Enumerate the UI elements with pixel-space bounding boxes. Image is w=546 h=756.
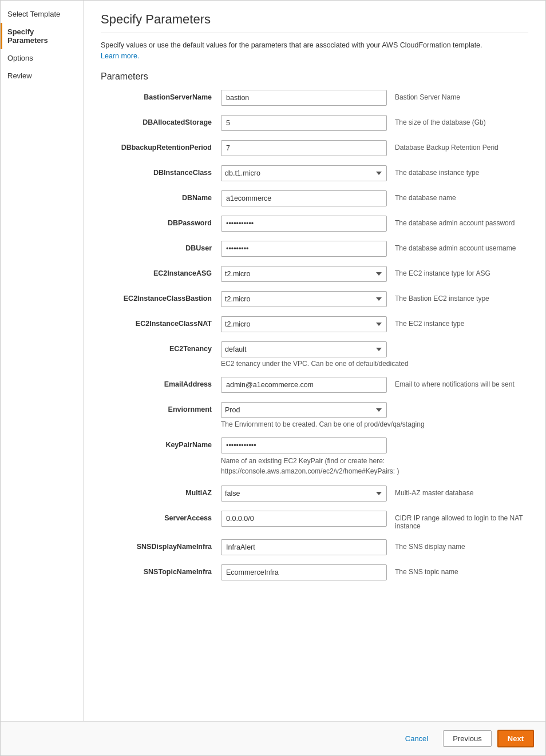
param-row-ec2-tenancy: EC2Tenancy default dedicated EC2 tenancy…	[101, 341, 528, 368]
select-ec2-instance-class-nat[interactable]: t2.micro t2.small t2.medium	[221, 316, 387, 332]
cancel-button[interactable]: Cancel	[396, 731, 437, 746]
input-db-allocated-storage[interactable]	[221, 115, 387, 131]
desc-ec2-instance-class-bastion: The Bastion EC2 instance type	[395, 291, 528, 303]
sidebar-item-review[interactable]: Review	[1, 67, 83, 85]
param-label-ec2-instance-class-bastion: EC2InstanceClassBastion	[101, 291, 221, 303]
desc-keypair-name: Name of an existing EC2 KeyPair (find or…	[221, 456, 528, 476]
param-label-db-allocated-storage: DBAllocatedStorage	[101, 115, 221, 126]
desc-ec2-tenancy: EC2 tenancy under the VPC. Can be one of…	[221, 360, 528, 368]
param-label-db-backup-retention: DBbackupRetentionPeriod	[101, 140, 221, 152]
param-row-ec2-instance-asg: EC2InstanceASG t2.micro t2.small t2.medi…	[101, 266, 528, 282]
input-keypair-name[interactable]	[221, 437, 387, 453]
input-sns-display-name[interactable]	[221, 539, 387, 555]
param-row-db-instance-class: DBInstanceClass db.t1.micro db.t2.small …	[101, 165, 528, 181]
param-row-db-allocated-storage: DBAllocatedStorage The size of the datab…	[101, 115, 528, 131]
input-sns-topic-name[interactable]	[221, 564, 387, 580]
param-label-ec2-instance-asg: EC2InstanceASG	[101, 266, 221, 277]
main-container: Select Template Specify Parameters Optio…	[0, 0, 546, 756]
select-ec2-tenancy[interactable]: default dedicated	[221, 341, 387, 357]
input-db-backup-retention[interactable]	[221, 140, 387, 156]
param-label-environment: Enviornment	[101, 402, 221, 413]
desc-server-access: CIDR IP range allowed to login to the NA…	[395, 511, 528, 530]
learn-more-link[interactable]: Learn more.	[101, 52, 139, 60]
sidebar-item-select-template[interactable]: Select Template	[1, 5, 83, 23]
desc-db-name: The database name	[395, 190, 528, 202]
desc-sns-display-name: The SNS display name	[395, 539, 528, 551]
input-email-address[interactable]	[221, 377, 387, 393]
content-area: Specify Parameters Specify values or use…	[84, 1, 545, 721]
desc-bastion-server-name: Bastion Server Name	[395, 90, 528, 101]
sidebar: Select Template Specify Parameters Optio…	[1, 1, 84, 721]
param-row-environment: Enviornment Prod dev qa staging The Envi…	[101, 402, 528, 428]
select-environment[interactable]: Prod dev qa staging	[221, 402, 387, 418]
desc-multi-az: Multi-AZ master database	[395, 486, 528, 497]
desc-db-user: The database admin account username	[395, 241, 528, 252]
select-db-instance-class[interactable]: db.t1.micro db.t2.small db.t2.medium	[221, 165, 387, 181]
next-button[interactable]: Next	[497, 730, 534, 747]
desc-ec2-instance-asg: The EC2 instance type for ASG	[395, 266, 528, 277]
sidebar-item-options[interactable]: Options	[1, 49, 83, 67]
param-label-sns-topic-name: SNSTopicNameInfra	[101, 564, 221, 576]
input-server-access[interactable]	[221, 511, 387, 527]
param-row-keypair-name: KeyPairName Name of an existing EC2 KeyP…	[101, 437, 528, 476]
param-row-db-name: DBName The database name	[101, 190, 528, 206]
param-row-db-backup-retention: DBbackupRetentionPeriod Database Backup …	[101, 140, 528, 156]
previous-button[interactable]: Previous	[443, 730, 492, 747]
param-label-db-instance-class: DBInstanceClass	[101, 165, 221, 177]
param-label-keypair-name: KeyPairName	[101, 437, 221, 449]
desc-email-address: Email to where notifications will be sen…	[395, 377, 528, 388]
description-text: Specify values or use the default values…	[101, 41, 528, 49]
param-label-db-password: DBPassword	[101, 216, 221, 227]
param-label-ec2-instance-class-nat: EC2InstanceClassNAT	[101, 316, 221, 328]
param-label-ec2-tenancy: EC2Tenancy	[101, 341, 221, 353]
input-bastion-server-name[interactable]	[221, 90, 387, 106]
param-label-server-access: ServerAccess	[101, 511, 221, 522]
desc-ec2-instance-class-nat: The EC2 instance type	[395, 316, 528, 328]
input-db-user[interactable]	[221, 241, 387, 257]
param-label-db-user: DBUser	[101, 241, 221, 252]
parameters-table: BastionServerName Bastion Server Name DB…	[101, 90, 528, 580]
param-row-db-password: DBPassword The database admin account pa…	[101, 216, 528, 232]
param-row-ec2-instance-class-nat: EC2InstanceClassNAT t2.micro t2.small t2…	[101, 316, 528, 332]
param-row-bastion-server-name: BastionServerName Bastion Server Name	[101, 90, 528, 106]
param-label-multi-az: MultiAZ	[101, 486, 221, 497]
param-row-sns-display-name: SNSDisplayNameInfra The SNS display name	[101, 539, 528, 555]
section-title: Parameters	[101, 71, 528, 82]
param-row-multi-az: MultiAZ false true Multi-AZ master datab…	[101, 486, 528, 502]
desc-db-password: The database admin account password	[395, 216, 528, 227]
desc-db-instance-class: The database instance type	[395, 165, 528, 177]
param-row-sns-topic-name: SNSTopicNameInfra The SNS topic name	[101, 564, 528, 580]
desc-db-backup-retention: Database Backup Retention Perid	[395, 140, 528, 152]
param-label-sns-display-name: SNSDisplayNameInfra	[101, 539, 221, 551]
select-ec2-instance-asg[interactable]: t2.micro t2.small t2.medium	[221, 266, 387, 282]
input-db-password[interactable]	[221, 216, 387, 232]
page-title: Specify Parameters	[101, 12, 528, 33]
select-multi-az[interactable]: false true	[221, 486, 387, 502]
sidebar-item-specify-parameters[interactable]: Specify Parameters	[1, 23, 83, 49]
param-label-bastion-server-name: BastionServerName	[101, 90, 221, 101]
desc-environment: The Enviornment to be created. Can be on…	[221, 420, 528, 428]
footer: Cancel Previous Next	[1, 721, 545, 755]
param-row-email-address: EmailAddress Email to where notification…	[101, 377, 528, 393]
input-db-name[interactable]	[221, 190, 387, 206]
param-label-email-address: EmailAddress	[101, 377, 221, 388]
param-label-db-name: DBName	[101, 190, 221, 202]
main-layout: Select Template Specify Parameters Optio…	[1, 1, 545, 721]
desc-db-allocated-storage: The size of the database (Gb)	[395, 115, 528, 126]
param-row-server-access: ServerAccess CIDR IP range allowed to lo…	[101, 511, 528, 530]
param-row-db-user: DBUser The database admin account userna…	[101, 241, 528, 257]
select-ec2-instance-class-bastion[interactable]: t2.micro t2.small t2.medium	[221, 291, 387, 307]
param-row-ec2-instance-class-bastion: EC2InstanceClassBastion t2.micro t2.smal…	[101, 291, 528, 307]
desc-sns-topic-name: The SNS topic name	[395, 564, 528, 576]
